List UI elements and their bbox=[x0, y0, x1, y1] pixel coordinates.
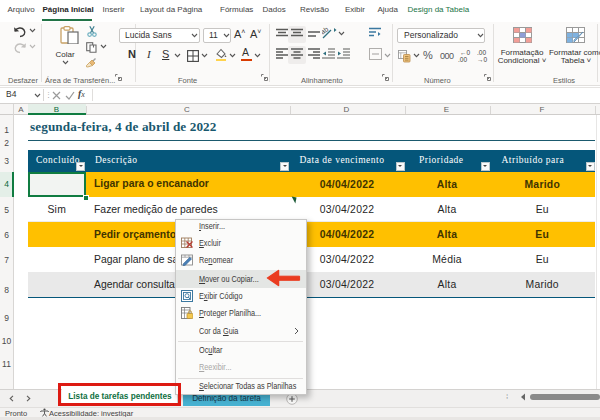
svg-text:.00: .00 bbox=[458, 56, 467, 63]
svg-text:→0: →0 bbox=[477, 56, 488, 63]
svg-text:←0: ←0 bbox=[460, 49, 471, 56]
svg-text:.00: .00 bbox=[477, 49, 486, 56]
svg-text:ab: ab bbox=[322, 27, 330, 36]
